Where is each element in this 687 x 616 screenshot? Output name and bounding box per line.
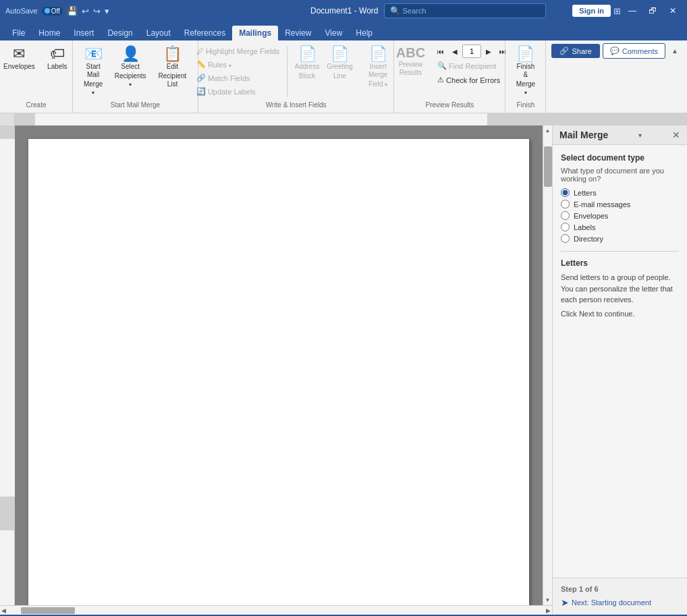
tab-file[interactable]: File <box>5 26 32 40</box>
more-icon[interactable]: ▾ <box>105 6 109 16</box>
ribbon-group-write-insert-label: Write & Insert Fields <box>266 100 327 110</box>
layout-icon[interactable]: ⊞ <box>613 6 621 16</box>
sidebar-divider <box>561 251 679 252</box>
restore-button[interactable]: 🗗 <box>644 2 661 20</box>
radio-envelopes[interactable]: Envelopes <box>561 211 679 220</box>
preview-results-button[interactable]: ABC PreviewResults <box>390 43 431 79</box>
sidebar-footer: Step 1 of 6 ➤ Next: Starting document <box>553 578 687 615</box>
nav-prev-button[interactable]: ◀ <box>448 45 462 58</box>
search-input[interactable] <box>403 7 540 15</box>
description-text-2: Click Next to continue. <box>561 308 679 320</box>
finish-merge-icon: 📄 <box>516 47 534 61</box>
sidebar-close-button[interactable]: ✕ <box>672 130 680 140</box>
ribbon-group-start-mail-merge-label: Start Mail Merge <box>111 100 160 110</box>
redo-icon[interactable]: ↪ <box>93 6 101 16</box>
nav-page-input[interactable] <box>462 45 481 58</box>
update-labels-button[interactable]: 🔄 Update Labels <box>193 85 283 98</box>
step-label: Step 1 of 6 <box>561 585 679 593</box>
tab-help[interactable]: Help <box>349 26 379 40</box>
ribbon-group-create-label: Create <box>26 100 46 110</box>
tab-insert[interactable]: Insert <box>67 26 101 40</box>
sidebar-dropdown-icon[interactable]: ▾ <box>638 132 642 139</box>
find-recipient-icon: 🔍 <box>437 61 447 70</box>
ruler-bar <box>0 113 687 125</box>
close-button[interactable]: ✕ <box>664 2 682 20</box>
tab-references[interactable]: References <box>177 26 232 40</box>
ribbon-group-finish-content: 📄 Finish & Merge ▾ <box>510 43 542 100</box>
rules-button[interactable]: 📏 Rules ▾ <box>193 58 283 71</box>
labels-button[interactable]: 🏷 Labels <box>41 43 74 74</box>
address-block-button[interactable]: 📄 Address Block <box>292 43 323 92</box>
ruler-corner <box>0 113 15 125</box>
radio-letters[interactable]: Letters <box>561 188 679 197</box>
nav-next-button[interactable]: ▶ <box>482 45 495 58</box>
ribbon-group-preview-results: ABC PreviewResults ⏮ ◀ ▶ ⏭ 🔍 Find Recipi… <box>394 40 505 113</box>
labels-icon: 🏷 <box>50 47 65 61</box>
scroll-bar-vertical[interactable]: ▲ ▼ <box>543 125 552 605</box>
next-arrow-icon: ➤ <box>561 597 569 608</box>
main-area: ▲ ▼ ◀ ▶ Mail Merge ▾ ✕ Select document t… <box>0 125 687 615</box>
sidebar-title: Mail Merge <box>559 130 608 140</box>
tab-design[interactable]: Design <box>101 26 139 40</box>
description-title: Letters <box>561 258 679 268</box>
scroll-down-button[interactable]: ▼ <box>543 595 552 605</box>
doc-scroll-area[interactable] <box>15 125 543 605</box>
tab-review[interactable]: Review <box>278 26 318 40</box>
share-button[interactable]: 🔗 Share <box>551 44 599 58</box>
ribbon-top-right: 🔗 Share 💬 Comments ▲ <box>546 40 687 61</box>
radio-email[interactable]: E-mail messages <box>561 200 679 208</box>
edit-recipient-list-button[interactable]: 📋 Edit Recipient List <box>151 43 194 92</box>
svg-rect-5 <box>0 497 15 530</box>
scroll-right-button[interactable]: ▶ <box>545 607 552 614</box>
nav-first-button[interactable]: ⏮ <box>434 45 447 58</box>
select-recipients-icon: 👤 <box>121 47 140 61</box>
tab-layout[interactable]: Layout <box>140 26 177 40</box>
highlight-icon: 🖊 <box>196 47 204 55</box>
insert-merge-field-icon: 📄 <box>369 47 387 61</box>
ribbon: ✉ Envelopes 🏷 Labels Create 📧 Start Mail… <box>0 40 687 113</box>
radio-labels[interactable]: Labels <box>561 223 679 231</box>
search-bar[interactable]: 🔍 <box>384 3 546 18</box>
select-recipients-button[interactable]: 👤 Select Recipients ▾ <box>111 43 150 92</box>
h-scroll-thumb[interactable] <box>21 607 75 614</box>
match-fields-button[interactable]: 🔗 Match Fields <box>193 72 283 84</box>
sidebar-content: Select document type What type of docume… <box>553 145 687 578</box>
highlight-merge-fields-button[interactable]: 🖊 Highlight Merge Fields <box>193 45 283 57</box>
save-icon[interactable]: 💾 <box>67 6 78 16</box>
vertical-ruler <box>0 125 15 605</box>
start-mail-merge-button[interactable]: 📧 Start Mail Merge ▾ <box>77 43 109 100</box>
greeting-line-button[interactable]: 📄 Greeting Line <box>324 43 356 92</box>
next-link[interactable]: ➤ Next: Starting document <box>561 597 679 608</box>
scroll-thumb[interactable] <box>544 146 552 187</box>
horizontal-ruler <box>15 113 687 125</box>
minimize-button[interactable]: — <box>624 2 641 20</box>
separator-1 <box>287 46 287 97</box>
scroll-left-button[interactable]: ◀ <box>0 607 7 614</box>
start-mail-merge-icon: 📧 <box>84 47 103 61</box>
address-block-icon: 📄 <box>298 47 317 61</box>
ribbon-group-create-content: ✉ Envelopes 🏷 Labels <box>0 43 74 100</box>
radio-directory[interactable]: Directory <box>561 234 679 243</box>
undo-icon[interactable]: ↩ <box>82 6 89 16</box>
tab-view[interactable]: View <box>319 26 350 40</box>
autosave-label: AutoSave <box>5 7 38 15</box>
envelopes-button[interactable]: ✉ Envelopes <box>0 43 40 74</box>
find-recipient-button[interactable]: 🔍 Find Recipient <box>434 59 510 72</box>
check-for-errors-button[interactable]: ⚠ Check for Errors <box>434 74 510 86</box>
autosave-toggle[interactable]: Off <box>42 7 63 16</box>
comments-button[interactable]: 💬 Comments <box>603 43 665 59</box>
ruler-svg <box>15 113 687 125</box>
sidebar: Mail Merge ▾ ✕ Select document type What… <box>552 125 687 615</box>
signin-button[interactable]: Sign in <box>572 5 611 17</box>
envelopes-icon: ✉ <box>13 47 25 61</box>
sidebar-header: Mail Merge ▾ ✕ <box>553 125 687 145</box>
scroll-up-button[interactable]: ▲ <box>543 125 552 136</box>
scroll-bar-horizontal[interactable]: ◀ ▶ <box>0 605 552 615</box>
finish-merge-button[interactable]: 📄 Finish & Merge ▾ <box>510 43 542 100</box>
ribbon-group-write-insert-content: 🖊 Highlight Merge Fields 📏 Rules ▾ 🔗 Mat… <box>193 43 399 100</box>
collapse-ribbon-button[interactable]: ▲ <box>668 45 682 58</box>
ribbon-group-write-insert: 🖊 Highlight Merge Fields 📏 Rules ▾ 🔗 Mat… <box>198 40 394 113</box>
tab-home[interactable]: Home <box>32 26 67 40</box>
tab-mailings[interactable]: Mailings <box>232 26 278 40</box>
doc-inner: ▲ ▼ <box>0 125 552 605</box>
